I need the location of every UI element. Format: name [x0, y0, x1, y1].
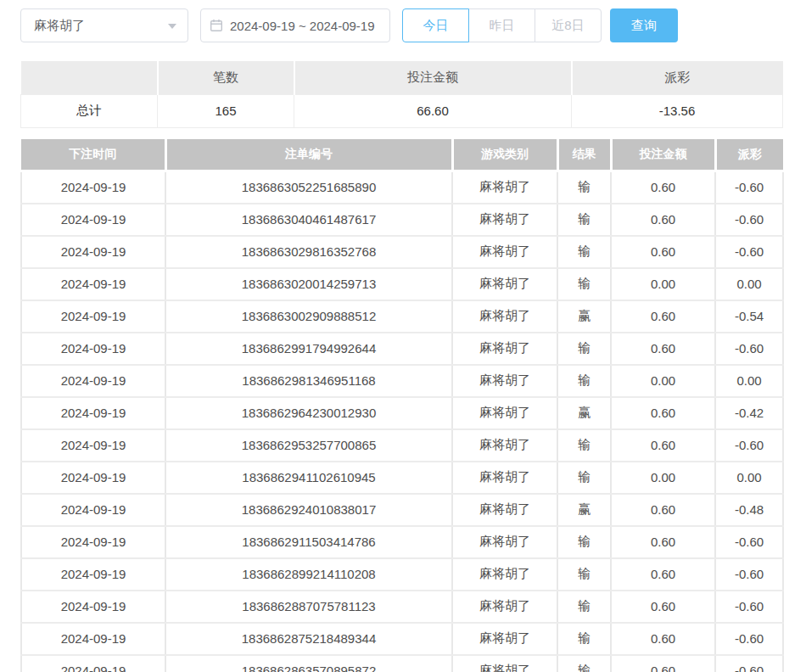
game-type-cell: 麻将胡了: [452, 236, 557, 268]
payout-cell: -0.54: [715, 300, 783, 333]
summary-total-payout: -13.56: [572, 94, 783, 127]
game-type-cell: 麻将胡了: [452, 429, 557, 462]
bet-date-cell: 2024-09-19: [21, 365, 165, 397]
payout-cell: -0.60: [715, 333, 783, 365]
bet-id-cell: 1836863040461487617: [165, 204, 452, 236]
game-select[interactable]: 麻将胡了: [20, 8, 188, 42]
bet-amount-cell: 0.60: [611, 655, 715, 672]
records-header-row: 下注时间 注单编号 游戏类别 结果 投注金额 派彩: [21, 139, 783, 171]
game-type-cell: 麻将胡了: [452, 268, 557, 300]
table-row: 2024-09-19 1836862941102610945 麻将胡了 输 0.…: [21, 462, 783, 494]
bet-id-cell: 1836862941102610945: [165, 462, 452, 494]
game-type-cell: 麻将胡了: [452, 655, 557, 672]
result-cell: 输: [557, 365, 611, 397]
result-cell: 输: [557, 623, 611, 655]
bet-amount-cell: 0.60: [611, 494, 715, 526]
bet-date-cell: 2024-09-19: [21, 300, 165, 333]
bet-date-cell: 2024-09-19: [21, 591, 165, 623]
result-cell: 赢: [557, 397, 611, 429]
summary-header-count: 笔数: [158, 61, 294, 94]
bet-amount-cell: 0.00: [611, 365, 715, 397]
payout-cell: 0.00: [715, 365, 783, 397]
table-row: 2024-09-19 1836862981346951168 麻将胡了 输 0.…: [21, 365, 783, 397]
table-row: 2024-09-19 1836862964230012930 麻将胡了 赢 0.…: [21, 397, 783, 429]
result-cell: 输: [557, 526, 611, 558]
summary-header-blank: [21, 61, 158, 94]
game-type-cell: 麻将胡了: [452, 204, 557, 236]
summary-table: 笔数 投注金额 派彩 总计 165 66.60 -13.56: [20, 61, 783, 128]
calendar-icon: [210, 19, 223, 32]
payout-cell: -0.60: [715, 236, 783, 268]
summary-header-payout: 派彩: [572, 61, 783, 94]
payout-cell: -0.48: [715, 494, 783, 526]
game-type-cell: 麻将胡了: [452, 558, 557, 591]
table-row: 2024-09-19 1836862863570895872 麻将胡了 输 0.…: [21, 655, 783, 672]
payout-cell: -0.60: [715, 655, 783, 672]
table-row: 2024-09-19 1836863052251685890 麻将胡了 输 0.…: [21, 171, 783, 204]
bet-amount-cell: 0.60: [611, 300, 715, 333]
quick-range-group: 今日 昨日 近8日: [402, 8, 602, 42]
bet-date-cell: 2024-09-19: [21, 204, 165, 236]
table-row: 2024-09-19 1836862899214110208 麻将胡了 输 0.…: [21, 558, 783, 591]
table-row: 2024-09-19 1836862875218489344 麻将胡了 输 0.…: [21, 623, 783, 655]
bet-date-cell: 2024-09-19: [21, 268, 165, 300]
result-cell: 赢: [557, 300, 611, 333]
result-cell: 输: [557, 558, 611, 591]
table-row: 2024-09-19 1836862953257700865 麻将胡了 输 0.…: [21, 429, 783, 462]
table-row: 2024-09-19 1836863020014259713 麻将胡了 输 0.…: [21, 268, 783, 300]
bet-amount-cell: 0.60: [611, 333, 715, 365]
payout-cell: -0.60: [715, 526, 783, 558]
payout-cell: 0.00: [715, 462, 783, 494]
table-row: 2024-09-19 1836862911503414786 麻将胡了 输 0.…: [21, 526, 783, 558]
result-cell: 赢: [557, 494, 611, 526]
payout-cell: 0.00: [715, 268, 783, 300]
records-header-bet-time: 下注时间: [21, 139, 165, 171]
bet-date-cell: 2024-09-19: [21, 171, 165, 204]
last-8-days-button[interactable]: 近8日: [535, 8, 602, 42]
bet-id-cell: 1836862911503414786: [165, 526, 452, 558]
bet-id-cell: 1836862991794992644: [165, 333, 452, 365]
bet-id-cell: 1836862899214110208: [165, 558, 452, 591]
summary-header-bet-amount: 投注金额: [294, 61, 572, 94]
bet-date-cell: 2024-09-19: [21, 494, 165, 526]
bet-amount-cell: 0.60: [611, 526, 715, 558]
bet-date-cell: 2024-09-19: [21, 526, 165, 558]
yesterday-button[interactable]: 昨日: [468, 8, 535, 42]
table-row: 2024-09-19 1836863040461487617 麻将胡了 输 0.…: [21, 204, 783, 236]
result-cell: 输: [557, 429, 611, 462]
summary-total-label: 总计: [21, 94, 158, 127]
bet-date-cell: 2024-09-19: [21, 462, 165, 494]
result-cell: 输: [557, 171, 611, 204]
bet-amount-cell: 0.60: [611, 236, 715, 268]
bet-date-cell: 2024-09-19: [21, 397, 165, 429]
bet-amount-cell: 0.00: [611, 268, 715, 300]
game-type-cell: 麻将胡了: [452, 462, 557, 494]
result-cell: 输: [557, 655, 611, 672]
bet-amount-cell: 0.60: [611, 591, 715, 623]
payout-cell: -0.60: [715, 558, 783, 591]
table-row: 2024-09-19 1836862924010838017 麻将胡了 赢 0.…: [21, 494, 783, 526]
game-type-cell: 麻将胡了: [452, 526, 557, 558]
bet-amount-cell: 0.60: [611, 397, 715, 429]
summary-total-bet-amount: 66.60: [294, 94, 572, 127]
query-button[interactable]: 查询: [610, 8, 678, 42]
bet-date-cell: 2024-09-19: [21, 623, 165, 655]
summary-header-row: 笔数 投注金额 派彩: [21, 61, 783, 94]
bet-date-cell: 2024-09-19: [21, 333, 165, 365]
bet-amount-cell: 0.60: [611, 171, 715, 204]
table-row: 2024-09-19 1836863002909888512 麻将胡了 赢 0.…: [21, 300, 783, 333]
date-range-picker[interactable]: 2024-09-19 ~ 2024-09-19: [200, 8, 390, 42]
result-cell: 输: [557, 236, 611, 268]
payout-cell: -0.42: [715, 397, 783, 429]
payout-cell: -0.60: [715, 171, 783, 204]
records-header-bet-id: 注单编号: [165, 139, 452, 171]
game-type-cell: 麻将胡了: [452, 300, 557, 333]
bet-amount-cell: 0.00: [611, 462, 715, 494]
payout-cell: -0.60: [715, 623, 783, 655]
result-cell: 输: [557, 204, 611, 236]
today-button[interactable]: 今日: [402, 8, 469, 42]
summary-total-count: 165: [158, 94, 294, 127]
records-header-result: 结果: [557, 139, 611, 171]
records-table: 下注时间 注单编号 游戏类别 结果 投注金额 派彩 2024-09-19 183…: [20, 139, 784, 672]
table-row: 2024-09-19 1836862991794992644 麻将胡了 输 0.…: [21, 333, 783, 365]
